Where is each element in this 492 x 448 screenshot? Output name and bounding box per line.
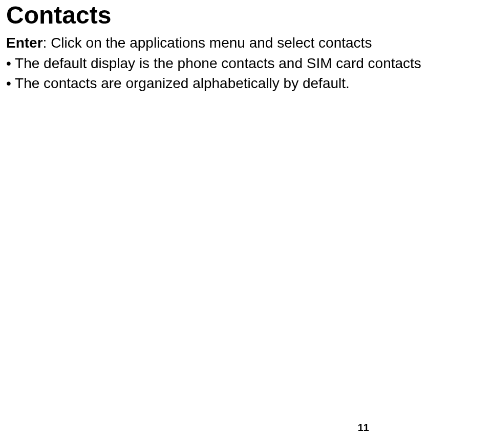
page-title: Contacts <box>6 0 486 29</box>
enter-label: Enter <box>6 35 43 51</box>
enter-instruction-text: : Click on the applications menu and sel… <box>43 35 372 51</box>
bullet-item-2: • The contacts are organized alphabetica… <box>6 74 486 93</box>
bullet-item-1: • The default display is the phone conta… <box>6 54 486 73</box>
enter-instruction-line: Enter: Click on the applications menu an… <box>6 33 486 53</box>
page-number: 11 <box>358 422 369 434</box>
